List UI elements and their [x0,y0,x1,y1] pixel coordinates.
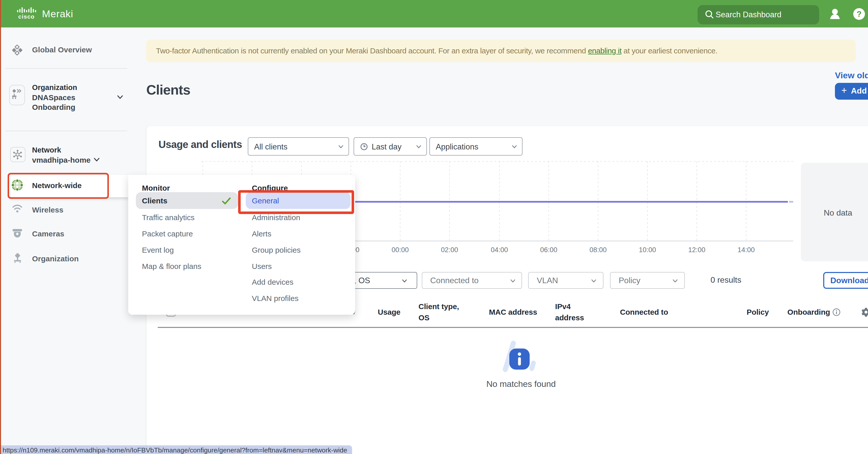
svg-text:cisco: cisco [18,13,35,19]
